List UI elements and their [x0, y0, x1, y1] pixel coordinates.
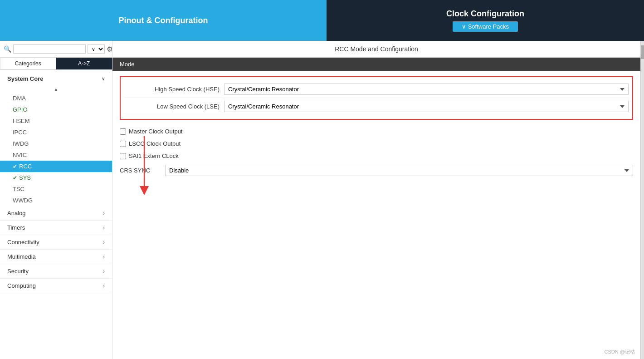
sys-label: SYS [19, 174, 31, 181]
check-icon-sys: ✔ [13, 175, 17, 181]
sidebar-item-hsem[interactable]: HSEM [0, 115, 112, 127]
right-scrollbar[interactable] [640, 41, 644, 359]
sidebar-item-analog[interactable]: Analog › [0, 206, 112, 221]
pinout-label: Pinout & Configuration [119, 16, 208, 25]
sidebar-item-nvic[interactable]: NVIC [0, 149, 112, 161]
sidebar-list: System Core ∨ ▲ DMA GPIO HSEM IPCC IWDG [0, 70, 112, 359]
check-icon-rcc: ✔ [13, 163, 17, 170]
tab-az[interactable]: A->Z [56, 58, 112, 69]
sidebar-item-wwdg[interactable]: WWDG [0, 195, 112, 206]
software-packs-button[interactable]: ∨ Software Packs [453, 21, 518, 32]
scrollbar-thumb [641, 45, 644, 59]
master-clock-row: Master Clock Output [120, 125, 633, 138]
iwdg-label: IWDG [13, 140, 29, 147]
lse-label: Low Speed Clock (LSE) [124, 103, 224, 110]
search-dropdown[interactable]: ∨ [88, 44, 105, 54]
sai1-clock-checkbox[interactable] [120, 153, 126, 159]
search-input[interactable] [13, 44, 86, 54]
chevron-right-icon-analog: › [103, 210, 105, 216]
dma-label: DMA [13, 95, 26, 102]
sai1-clock-row: SAI1 Extern CLock [120, 150, 633, 162]
content-panel: RCC Mode and Configuration Mode High Spe… [112, 41, 640, 359]
gear-icon[interactable]: ⚙ [107, 45, 112, 54]
sidebar: 🔍 ∨ ⚙ Categories A->Z System Core ∨ ▲ DM… [0, 41, 112, 359]
lse-row: Low Speed Clock (LSE) Crystal/Ceramic Re… [124, 98, 629, 115]
hsem-label: HSEM [13, 118, 30, 124]
rcc-label: RCC [19, 163, 32, 170]
lse-select[interactable]: Crystal/Ceramic Resonator Disable BYPASS… [224, 101, 629, 112]
tsc-label: TSC [13, 186, 24, 192]
chevron-right-icon-security: › [103, 268, 105, 275]
watermark: CSDN @记枯 [605, 349, 635, 355]
lsco-clock-checkbox[interactable] [120, 141, 126, 147]
mode-content: High Speed Clock (HSE) Crystal/Ceramic R… [112, 71, 640, 184]
sidebar-search-bar: 🔍 ∨ ⚙ [0, 41, 112, 58]
sidebar-item-security[interactable]: Security › [0, 264, 112, 279]
crs-sync-label: CRS SYNC [120, 167, 165, 174]
security-label: Security [7, 268, 29, 275]
crs-sync-row: CRS SYNC Disable Enable [120, 162, 633, 179]
search-icon: 🔍 [4, 45, 11, 53]
sai1-clock-label: SAI1 Extern CLock [129, 152, 179, 159]
sidebar-item-ipcc[interactable]: IPCC [0, 127, 112, 138]
master-clock-checkbox[interactable] [120, 128, 126, 135]
sidebar-item-sys[interactable]: ✔ SYS [0, 172, 112, 183]
sidebar-item-rcc[interactable]: ✔ RCC [0, 161, 112, 172]
mode-header: Mode [112, 58, 640, 71]
chevron-right-icon-multimedia: › [103, 254, 105, 260]
hse-label: High Speed Clock (HSE) [124, 86, 224, 93]
multimedia-label: Multimedia [7, 253, 36, 260]
computing-label: Computing [7, 282, 36, 289]
sidebar-item-timers[interactable]: Timers › [0, 221, 112, 235]
sidebar-item-connectivity[interactable]: Connectivity › [0, 235, 112, 250]
hse-select[interactable]: Crystal/Ceramic Resonator Disable BYPASS… [224, 84, 629, 95]
sidebar-item-multimedia[interactable]: Multimedia › [0, 250, 112, 264]
chevron-right-icon-connectivity: › [103, 239, 105, 246]
lsco-clock-label: LSCO Clock Output [129, 140, 181, 147]
wwdg-label: WWDG [13, 197, 33, 204]
pinout-configuration-header: Pinout & Configuration [0, 0, 327, 41]
sidebar-item-tsc[interactable]: TSC [0, 183, 112, 195]
gpio-label: GPIO [13, 106, 28, 113]
sidebar-item-gpio[interactable]: GPIO [0, 104, 112, 115]
ipcc-label: IPCC [13, 129, 27, 136]
timers-label: Timers [7, 224, 25, 231]
chevron-right-icon-timers: › [103, 225, 105, 231]
analog-label: Analog [7, 210, 25, 216]
clock-title: Clock Configuration [446, 9, 524, 19]
sidebar-item-iwdg[interactable]: IWDG [0, 138, 112, 149]
lsco-clock-row: LSCO Clock Output [120, 138, 633, 150]
master-clock-label: Master Clock Output [129, 128, 183, 135]
clock-configuration-header: Clock Configuration ∨ Software Packs [327, 0, 644, 41]
clock-settings-box: High Speed Clock (HSE) Crystal/Ceramic R… [120, 76, 633, 120]
hse-row: High Speed Clock (HSE) Crystal/Ceramic R… [124, 81, 629, 98]
connectivity-label: Connectivity [7, 239, 39, 246]
sidebar-item-dma[interactable]: DMA [0, 93, 112, 104]
system-core-section: System Core ∨ ▲ DMA GPIO HSEM IPCC IWDG [0, 72, 112, 206]
up-arrow: ▲ [0, 86, 112, 93]
chevron-down-icon: ∨ [102, 76, 105, 81]
sidebar-item-computing[interactable]: Computing › [0, 279, 112, 293]
system-core-header[interactable]: System Core ∨ [0, 72, 112, 86]
crs-sync-select[interactable]: Disable Enable [165, 165, 633, 176]
content-title: RCC Mode and Configuration [112, 41, 640, 58]
tab-categories[interactable]: Categories [0, 58, 56, 69]
sidebar-tabs: Categories A->Z [0, 58, 112, 70]
system-core-label: System Core [7, 75, 43, 82]
chevron-right-icon-computing: › [103, 283, 105, 289]
nvic-label: NVIC [13, 152, 27, 158]
